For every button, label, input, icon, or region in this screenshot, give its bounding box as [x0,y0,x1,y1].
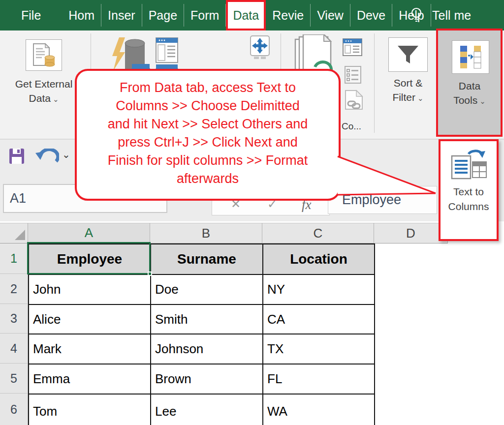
worksheet: A B C D 1 2 3 4 5 6 Employee Surname Loc… [0,221,504,425]
row-header-4[interactable]: 4 [0,334,28,364]
cell-a5[interactable]: Emma [29,364,151,394]
cell-b1[interactable]: Surname [151,244,263,274]
edit-links-icon [345,90,363,110]
connections-icon [343,38,362,57]
row-header-3[interactable]: 3 [0,304,28,334]
cell-a6[interactable]: Tom [29,394,151,425]
select-all-triangle-icon [15,230,25,240]
row-header-6[interactable]: 6 [0,394,28,425]
column-header-b[interactable]: B [150,223,262,243]
lightbulb-icon [410,7,423,24]
table-row: Tom Lee WA [29,394,375,425]
column-header-c[interactable]: C [262,223,374,243]
connections-button[interactable] [343,38,362,57]
text-to-columns-mini-icon [458,45,483,69]
cell-c6[interactable]: WA [263,394,375,425]
chevron-down-icon: ⌄ [53,95,59,103]
active-cell-selection [27,242,151,274]
save-icon [9,148,25,164]
get-external-data-label[interactable]: Get External Data⌄ [9,77,78,106]
cell-a2[interactable]: John [29,274,151,304]
tab-insert[interactable]: Inser [101,4,142,27]
recent-sources-icon[interactable] [250,35,270,59]
group-separator [374,33,375,133]
tab-file[interactable]: File [15,4,47,27]
text-to-columns-button[interactable]: Text to Columns [439,139,499,241]
column-header-a[interactable]: A [28,223,150,243]
tab-home[interactable]: Hom [62,4,101,27]
edit-links-button[interactable] [345,90,363,110]
sort-filter-button[interactable] [388,37,428,72]
sort-filter-label[interactable]: Sort & Filter⌄ [383,76,433,105]
excel-window: File Hom Inser Page Form Data Revie View… [0,0,504,425]
cell-b2[interactable]: Doe [151,274,263,304]
tab-developer[interactable]: Deve [350,4,392,27]
get-external-data-icon [31,43,57,67]
cell-b5[interactable]: Brown [151,364,263,394]
cell-c1[interactable]: Location [263,244,375,274]
cell-b6[interactable]: Lee [151,394,263,425]
column-header-d[interactable]: D [374,223,448,243]
table-row: Alice Smith CA [29,304,375,334]
filter-funnel-icon [397,45,419,64]
text-to-columns-icon [450,148,487,181]
show-queries-icon [156,37,178,63]
properties-icon [345,66,361,84]
data-tools-label: Data Tools⌄ [445,79,494,108]
text-to-columns-label: Text to Columns [441,184,497,214]
tab-view[interactable]: View [311,4,350,27]
data-tools-button[interactable]: Data Tools⌄ [436,29,503,137]
properties-button[interactable] [345,66,361,84]
data-tools-iconbox [452,40,489,74]
save-button[interactable] [9,148,25,164]
get-external-data-button[interactable] [26,39,62,71]
fill-handle[interactable] [148,272,152,276]
tell-me-box[interactable]: Tell me [432,0,471,30]
tab-data[interactable]: Data [226,0,266,30]
row-header-2[interactable]: 2 [0,274,28,304]
cell-b4[interactable]: Johnson [151,334,263,364]
cell-c3[interactable]: CA [263,304,375,334]
ribbon-tab-bar: File Hom Inser Page Form Data Revie View… [0,0,504,30]
table-row: Mark Johnson TX [29,334,375,364]
chevron-down-icon: ⌄ [479,97,486,105]
callout-tail [335,148,441,202]
cell-b3[interactable]: Smith [151,304,263,334]
cell-a3[interactable]: Alice [29,304,151,334]
cell-c4[interactable]: TX [263,334,375,364]
row-header-1[interactable]: 1 [0,243,28,274]
tab-review[interactable]: Revie [266,4,311,27]
undo-dropdown-chevron[interactable]: ⌄ [62,149,70,160]
undo-icon [34,149,59,166]
tab-formulas[interactable]: Form [184,4,226,27]
tab-page-layout[interactable]: Page [142,4,184,27]
cell-c2[interactable]: NY [263,274,375,304]
cell-a4[interactable]: Mark [29,334,151,364]
show-queries-button[interactable] [156,37,178,63]
row-header-5[interactable]: 5 [0,364,28,394]
cell-c5[interactable]: FL [263,364,375,394]
undo-button[interactable] [34,149,59,166]
annotation-callout: From Data tab, access Text to Columns >>… [75,69,341,201]
chevron-down-icon: ⌄ [417,94,424,102]
select-all-corner[interactable] [0,223,28,243]
connections-group-label: Co... [342,121,361,132]
table-row: John Doe NY [29,274,375,304]
table-row: Emma Brown FL [29,364,375,394]
